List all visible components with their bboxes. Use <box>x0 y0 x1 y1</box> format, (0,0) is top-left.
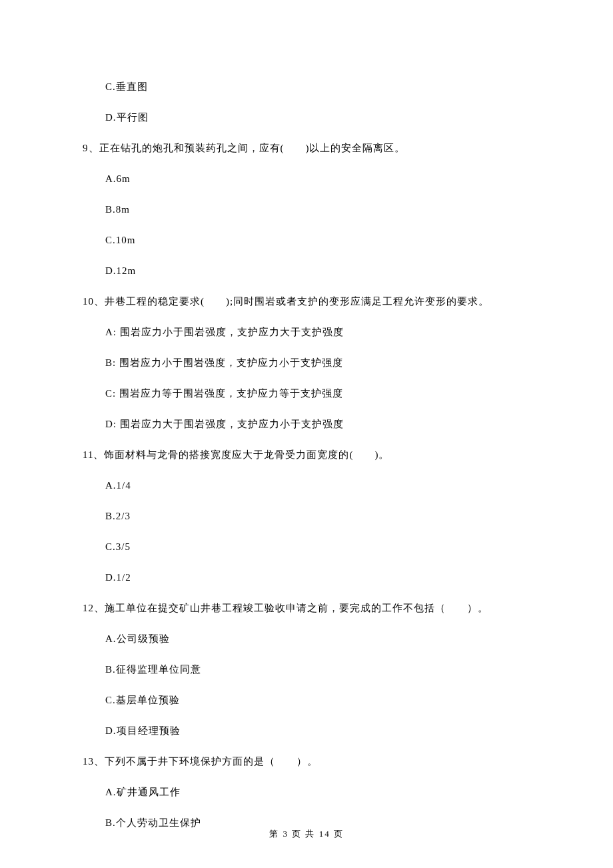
question-10: 10、井巷工程的稳定要求( );同时围岩或者支护的变形应满足工程允许变形的要求。 <box>83 295 530 309</box>
question-11: 11、饰面材料与龙骨的搭接宽度应大于龙骨受力面宽度的( )。 <box>83 448 530 462</box>
option-d: D.平行图 <box>105 111 530 125</box>
option-a: A.公司级预验 <box>105 632 530 646</box>
option-a: A.6m <box>105 172 530 186</box>
page-content: C.垂直图 D.平行图 9、正在钻孔的炮孔和预装药孔之间，应有( )以上的安全隔… <box>0 0 613 830</box>
option-d: D.1/2 <box>105 571 530 585</box>
option-b: B.征得监理单位同意 <box>105 663 530 677</box>
option-b: B: 围岩应力小于围岩强度，支护应力小于支护强度 <box>105 356 530 370</box>
question-12: 12、施工单位在提交矿山井巷工程竣工验收申请之前，要完成的工作不包括（ ）。 <box>83 601 530 615</box>
option-d: D.12m <box>105 264 530 278</box>
option-d: D.项目经理预验 <box>105 724 530 738</box>
option-c: C.基层单位预验 <box>105 693 530 707</box>
option-c: C.10m <box>105 233 530 247</box>
option-a: A.矿井通风工作 <box>105 785 530 799</box>
option-b: B.8m <box>105 203 530 217</box>
option-a: A: 围岩应力小于围岩强度，支护应力大于支护强度 <box>105 325 530 339</box>
option-c: C: 围岩应力等于围岩强度，支护应力等于支护强度 <box>105 387 530 401</box>
question-13: 13、下列不属于井下环境保护方面的是（ ）。 <box>83 755 530 769</box>
option-c: C.3/5 <box>105 540 530 554</box>
question-9: 9、正在钻孔的炮孔和预装药孔之间，应有( )以上的安全隔离区。 <box>83 141 530 155</box>
option-b: B.2/3 <box>105 509 530 523</box>
option-a: A.1/4 <box>105 479 530 493</box>
option-d: D: 围岩应力大于围岩强度，支护应力小于支护强度 <box>105 417 530 431</box>
page-footer: 第 3 页 共 14 页 <box>0 828 613 840</box>
option-c: C.垂直图 <box>105 80 530 94</box>
